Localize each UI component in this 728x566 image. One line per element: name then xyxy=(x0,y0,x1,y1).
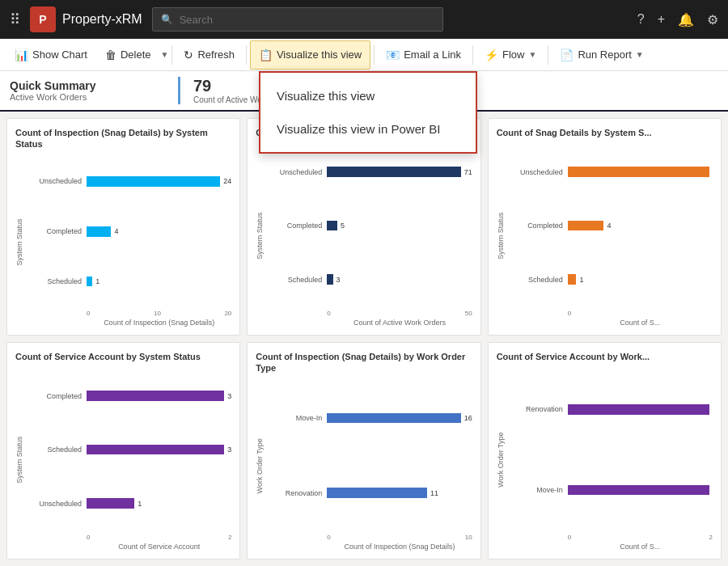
notification-icon[interactable]: 🔔 xyxy=(678,12,694,27)
bar-label-2-2: Scheduled xyxy=(508,276,563,284)
run-report-button[interactable]: 📄 Run Report ▼ xyxy=(552,40,651,70)
chart-y-label-4: Work Order Type xyxy=(256,381,264,551)
bar-row-3-2: Unscheduled1 xyxy=(27,492,231,515)
settings-icon[interactable]: ⚙ xyxy=(707,12,718,27)
app-menu-icon[interactable]: ⠿ xyxy=(10,11,20,28)
x-axis-label-1: Count of Active Work Orders xyxy=(267,319,472,327)
bar-label-5-0: Renovation xyxy=(508,405,563,413)
delete-dropdown-icon[interactable]: ▼ xyxy=(161,50,169,59)
bar-value-0-0: 24 xyxy=(223,177,231,185)
chart-body-4: Work Order TypeMove-In16Renovation11010C… xyxy=(256,381,472,551)
chart-icon: 📊 xyxy=(15,49,28,61)
bar-track-0-2: 1 xyxy=(87,274,231,289)
bar-row-3-0: Completed3 xyxy=(27,385,231,408)
chart-body-0: System StatusUnscheduled24Completed4Sche… xyxy=(15,157,231,327)
nav-bar: ⠿ P Property-xRM 🔍 ? + 🔔 ⚙ xyxy=(0,0,728,39)
chart-title-0: Count of Inspection (Snag Details) by Sy… xyxy=(15,127,231,150)
refresh-button[interactable]: ↻ Refresh xyxy=(176,40,243,70)
bar-track-1-0: 71 xyxy=(327,165,472,180)
bar-row-0-2: Scheduled1 xyxy=(27,270,231,293)
bar-label-5-1: Move-In xyxy=(508,486,563,494)
chart-body-3: System StatusCompleted3Scheduled3Unsched… xyxy=(15,369,231,551)
report-icon: 📄 xyxy=(560,49,574,61)
bar-row-1-2: Scheduled3 xyxy=(267,268,472,291)
bar-track-3-0: 3 xyxy=(87,389,231,403)
flow-button[interactable]: ⚡ Flow ▼ xyxy=(476,40,544,70)
chart-inner-0: Unscheduled24Completed4Scheduled101020Co… xyxy=(27,157,231,327)
bar-track-3-2: 1 xyxy=(87,496,231,511)
chart-body-2: System StatusUnscheduledCompleted4Schedu… xyxy=(497,145,713,327)
add-icon[interactable]: + xyxy=(658,12,665,27)
x-axis-label-4: Count of Inspection (Snag Details) xyxy=(267,543,472,551)
x-axis-0: 01020 xyxy=(27,310,231,317)
bar-label-2-0: Unscheduled xyxy=(508,168,563,176)
bar-value-4-1: 11 xyxy=(430,489,438,497)
flow-icon: ⚡ xyxy=(485,49,498,61)
bar-track-0-1: 4 xyxy=(87,224,231,239)
x-axis-1: 050 xyxy=(267,310,472,317)
bar-fill-2-1 xyxy=(568,221,604,231)
sep1 xyxy=(171,45,172,65)
nav-icons: ? + 🔔 ⚙ xyxy=(637,12,718,27)
bar-label-3-1: Scheduled xyxy=(27,446,82,454)
refresh-icon: ↻ xyxy=(184,49,193,61)
visualize-view-item[interactable]: Visualize this view xyxy=(260,79,476,112)
bar-track-2-2: 1 xyxy=(568,272,713,287)
search-icon: 🔍 xyxy=(161,14,173,25)
chart-y-label-5: Work Order Type xyxy=(497,369,505,551)
bar-fill-1-1 xyxy=(327,221,337,231)
sep2 xyxy=(246,45,247,65)
chart-title-4: Count of Inspection (Snag Details) by Wo… xyxy=(256,351,472,374)
bar-value-3-2: 1 xyxy=(138,500,142,508)
bar-row-0-0: Unscheduled24 xyxy=(27,170,231,192)
bar-fill-1-0 xyxy=(327,167,460,177)
bar-track-5-1 xyxy=(568,483,713,497)
bar-label-2-1: Completed xyxy=(508,222,563,230)
bar-label-0-1: Completed xyxy=(27,227,82,235)
x-axis-3: 02 xyxy=(27,534,231,541)
bar-row-2-1: Completed4 xyxy=(508,214,713,237)
chart-title-3: Count of Service Account by System Statu… xyxy=(15,351,231,362)
bar-value-1-0: 71 xyxy=(464,168,472,176)
bar-fill-4-1 xyxy=(327,488,427,498)
bar-fill-2-2 xyxy=(568,274,577,285)
search-input[interactable] xyxy=(180,14,434,26)
bar-value-0-1: 4 xyxy=(114,227,118,235)
bar-track-1-2: 3 xyxy=(327,272,472,287)
bar-track-4-1: 11 xyxy=(327,486,472,501)
email-icon: 📧 xyxy=(386,49,400,61)
visualize-powerbi-item[interactable]: Visualize this view in Power BI xyxy=(260,112,476,146)
bar-value-1-2: 3 xyxy=(336,276,341,284)
search-bar[interactable]: 🔍 xyxy=(152,7,443,32)
show-chart-button[interactable]: 📊 Show Chart xyxy=(6,40,95,70)
bar-fill-0-2 xyxy=(87,277,92,287)
bar-fill-4-0 xyxy=(327,413,460,424)
visualize-icon: 📋 xyxy=(259,49,273,61)
bar-track-0-0: 24 xyxy=(87,174,231,188)
chart-inner-4: Move-In16Renovation11010Count of Inspect… xyxy=(267,381,472,551)
bar-track-2-0 xyxy=(568,165,713,180)
chart-inner-2: UnscheduledCompleted4Scheduled10Count of… xyxy=(508,145,713,327)
x-axis-label-0: Count of Inspection (Snag Details) xyxy=(27,319,231,327)
visualize-button[interactable]: 📋 Visualize this view xyxy=(250,40,370,70)
chart-body-1: System StatusUnscheduled71Completed5Sche… xyxy=(256,145,472,327)
chart-inner-3: Completed3Scheduled3Unscheduled102Count … xyxy=(27,369,231,551)
help-icon[interactable]: ? xyxy=(637,12,645,27)
bar-fill-2-0 xyxy=(568,167,709,177)
bar-fill-3-0 xyxy=(87,391,224,401)
chart-inner-1: Unscheduled71Completed5Scheduled3050Coun… xyxy=(267,145,472,327)
bar-label-3-2: Unscheduled xyxy=(27,500,82,508)
sep3 xyxy=(374,45,375,65)
bar-row-2-0: Unscheduled xyxy=(508,161,713,184)
bar-row-5-0: Renovation xyxy=(508,398,713,420)
delete-button[interactable]: 🗑 Delete xyxy=(97,40,159,70)
report-dropdown-icon[interactable]: ▼ xyxy=(636,50,644,59)
bar-track-3-1: 3 xyxy=(87,442,231,457)
bar-row-0-1: Completed4 xyxy=(27,220,231,243)
bar-row-2-2: Scheduled1 xyxy=(508,268,713,291)
bar-track-1-1: 5 xyxy=(327,218,472,233)
visualize-dropdown: Visualize this view Visualize this view … xyxy=(259,71,477,154)
toolbar: 📊 Show Chart 🗑 Delete ▼ ↻ Refresh 📋 Visu… xyxy=(0,39,728,71)
email-link-button[interactable]: 📧 Email a Link xyxy=(378,40,469,70)
flow-dropdown-icon[interactable]: ▼ xyxy=(528,50,536,59)
